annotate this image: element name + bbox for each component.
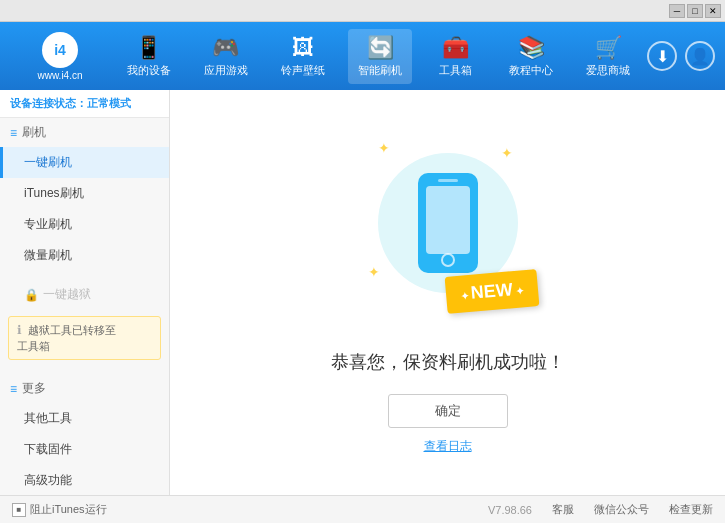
minimize-button[interactable]: ─: [669, 4, 685, 18]
logo-text: i4: [54, 42, 66, 58]
nav-item-my-device[interactable]: 📱 我的设备: [117, 29, 181, 84]
sidebar: 设备连接状态：正常模式 ≡ 刷机 一键刷机 iTunes刷机 专业刷机 微量刷机: [0, 90, 170, 495]
logo-area: i4 www.i4.cn: [10, 32, 110, 81]
nav-label-smart-flash: 智能刷机: [358, 63, 402, 78]
nav-icon-toolbox: 🧰: [442, 35, 469, 61]
nav-icon-mall: 🛒: [595, 35, 622, 61]
bottom-bar-left: ■ 阻止iTunes运行: [12, 502, 107, 517]
sidebar-item-advanced[interactable]: 高级功能: [0, 465, 169, 495]
nav-label-my-device: 我的设备: [127, 63, 171, 78]
stop-itunes-button[interactable]: ■ 阻止iTunes运行: [12, 502, 107, 517]
section-jailbreak: 🔒 一键越狱 ℹ 越狱工具已转移至 工具箱: [0, 279, 169, 366]
version-label: V7.98.66: [488, 504, 532, 516]
check-update-link[interactable]: 检查更新: [669, 502, 713, 517]
title-bar: ─ □ ✕: [0, 0, 725, 22]
nav-label-tutorials: 教程中心: [509, 63, 553, 78]
sparkle-bottom-left: ✦: [368, 264, 380, 280]
phone-home-button: [441, 253, 455, 267]
user-button[interactable]: 👤: [685, 41, 715, 71]
sidebar-item-other-tools[interactable]: 其他工具: [0, 403, 169, 434]
lock-icon: 🔒: [24, 288, 39, 302]
sparkle-top-left: ✦: [378, 140, 390, 156]
pro-flash-label: 专业刷机: [24, 217, 72, 231]
phone-speaker: [438, 179, 458, 182]
nav-icon-my-device: 📱: [135, 35, 162, 61]
connection-status: 设备连接状态：正常模式: [0, 90, 169, 118]
window-controls[interactable]: ─ □ ✕: [669, 4, 721, 18]
success-message: 恭喜您，保资料刷机成功啦！: [331, 350, 565, 374]
phone-body: [418, 173, 478, 273]
phone-screen: [426, 186, 470, 254]
sparkle-top-right: ✦: [501, 145, 513, 161]
nav-item-tutorials[interactable]: 📚 教程中心: [499, 29, 563, 84]
notice-icon: ℹ: [17, 323, 22, 337]
nav-item-apps-games[interactable]: 🎮 应用游戏: [194, 29, 258, 84]
group-more-icon: ≡: [10, 382, 17, 396]
sidebar-item-pro-flash[interactable]: 专业刷机: [0, 209, 169, 240]
customer-service-link[interactable]: 客服: [552, 502, 574, 517]
bottom-bar-right: V7.98.66 客服 微信公众号 检查更新: [488, 502, 713, 517]
logo-subtext: www.i4.cn: [37, 70, 82, 81]
logo-icon: i4: [42, 32, 78, 68]
nav-label-apps-games: 应用游戏: [204, 63, 248, 78]
sidebar-item-itunes-flash[interactable]: iTunes刷机: [0, 178, 169, 209]
sidebar-item-one-click-flash[interactable]: 一键刷机: [0, 147, 169, 178]
nav-item-smart-flash[interactable]: 🔄 智能刷机: [348, 29, 412, 84]
nav-item-mall[interactable]: 🛒 爱思商城: [576, 29, 640, 84]
content-area: ✦ ✦ ✦ NEW 恭喜您，保资料刷机成功啦！ 确定 查看日志: [170, 90, 725, 495]
nav-items: 📱 我的设备 🎮 应用游戏 🖼 铃声壁纸 🔄 智能刷机 🧰 工具箱 📚 教程中心…: [110, 29, 647, 84]
download-firmware-label: 下载固件: [24, 442, 72, 456]
sidebar-item-save-flash[interactable]: 微量刷机: [0, 240, 169, 271]
section-flash: ≡ 刷机 一键刷机 iTunes刷机 专业刷机 微量刷机: [0, 118, 169, 271]
group-jailbreak: 🔒 一键越狱: [0, 279, 169, 310]
nav-item-toolbox[interactable]: 🧰 工具箱: [426, 29, 486, 84]
stop-itunes-label: 阻止iTunes运行: [30, 502, 107, 517]
group-flash-icon: ≡: [10, 126, 17, 140]
top-navigation: i4 www.i4.cn 📱 我的设备 🎮 应用游戏 🖼 铃声壁纸 🔄 智能刷机…: [0, 22, 725, 90]
save-flash-label: 微量刷机: [24, 248, 72, 262]
section-more: ≡ 更多 其他工具 下载固件 高级功能: [0, 374, 169, 495]
nav-label-wallpaper: 铃声壁纸: [281, 63, 325, 78]
one-click-flash-label: 一键刷机: [24, 155, 72, 169]
advanced-label: 高级功能: [24, 473, 72, 487]
maximize-button[interactable]: □: [687, 4, 703, 18]
itunes-flash-label: iTunes刷机: [24, 186, 84, 200]
close-button[interactable]: ✕: [705, 4, 721, 18]
download-button[interactable]: ⬇: [647, 41, 677, 71]
main-layout: 设备连接状态：正常模式 ≡ 刷机 一键刷机 iTunes刷机 专业刷机 微量刷机: [0, 90, 725, 495]
status-label: 设备连接状态：: [10, 97, 87, 109]
wechat-public-link[interactable]: 微信公众号: [594, 502, 649, 517]
status-value: 正常模式: [87, 97, 131, 109]
sidebar-item-download-firmware[interactable]: 下载固件: [0, 434, 169, 465]
group-flash-label: 刷机: [22, 124, 46, 141]
new-badge: NEW: [444, 269, 538, 314]
success-illustration: ✦ ✦ ✦ NEW: [348, 130, 548, 330]
group-flash[interactable]: ≡ 刷机: [0, 118, 169, 147]
confirm-btn-label: 确定: [435, 402, 461, 420]
bottom-bar: ■ 阻止iTunes运行 V7.98.66 客服 微信公众号 检查更新: [0, 495, 725, 523]
nav-icon-apps-games: 🎮: [212, 35, 239, 61]
nav-item-wallpaper[interactable]: 🖼 铃声壁纸: [271, 29, 335, 84]
notice-text: 越狱工具已转移至 工具箱: [17, 324, 116, 352]
nav-icon-wallpaper: 🖼: [292, 35, 314, 61]
jailbreak-notice: ℹ 越狱工具已转移至 工具箱: [8, 316, 161, 360]
group-more-label: 更多: [22, 380, 46, 397]
skip-link[interactable]: 查看日志: [424, 438, 472, 455]
stop-icon: ■: [12, 503, 26, 517]
nav-label-mall: 爱思商城: [586, 63, 630, 78]
jailbreak-label: 一键越狱: [43, 286, 91, 303]
nav-icon-tutorials: 📚: [518, 35, 545, 61]
confirm-button[interactable]: 确定: [388, 394, 508, 428]
group-more[interactable]: ≡ 更多: [0, 374, 169, 403]
nav-right-buttons: ⬇ 👤: [647, 41, 715, 71]
other-tools-label: 其他工具: [24, 411, 72, 425]
nav-label-toolbox: 工具箱: [439, 63, 472, 78]
nav-icon-smart-flash: 🔄: [367, 35, 394, 61]
